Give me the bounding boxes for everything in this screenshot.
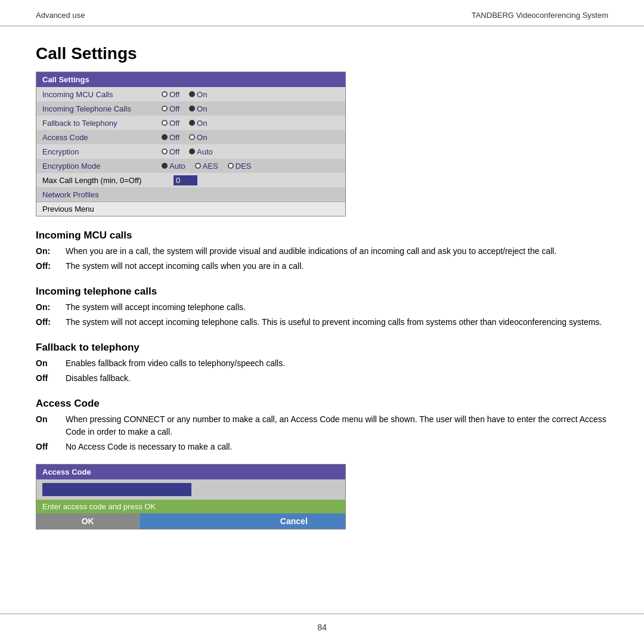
- term-mcu-off: Off:: [36, 260, 66, 273]
- option-mcu-on[interactable]: On: [189, 90, 207, 99]
- option-fallback-off[interactable]: Off: [162, 119, 179, 128]
- desc-mcu-on: On: When you are in a call, the system w…: [36, 245, 608, 258]
- term-tel-on: On:: [36, 301, 66, 314]
- page-footer: 84: [0, 614, 644, 632]
- term-mcu-on: On:: [36, 245, 66, 258]
- label-tel-off: Off: [169, 104, 179, 113]
- page-title: Call Settings: [36, 44, 608, 63]
- label-tel-on: On: [197, 104, 207, 113]
- label-fallback-off: Off: [169, 119, 179, 128]
- section-title-mcu: Incoming MCU calls: [36, 230, 608, 242]
- options-encryption-mode: Auto AES DES: [162, 162, 252, 171]
- option-enc-auto[interactable]: Auto: [189, 147, 213, 156]
- label-enc-off: Off: [169, 147, 179, 156]
- def-mcu-off: The system will not accept incoming call…: [66, 260, 608, 273]
- header-left: Advanced use: [36, 11, 85, 20]
- desc-mcu-off: Off: The system will not accept incoming…: [36, 260, 608, 273]
- def-ac-on: When pressing CONNECT or any number to m…: [66, 413, 608, 438]
- row-previous-menu[interactable]: Previous Menu: [36, 202, 345, 216]
- label-mcu-on: On: [197, 90, 207, 99]
- radio-mode-auto: [162, 163, 168, 169]
- label-encryption: Encryption: [42, 147, 162, 156]
- row-access-code: Access Code Off On: [36, 130, 345, 144]
- def-tel-on: The system will accept incoming telephon…: [66, 301, 608, 314]
- radio-mcu-off: [162, 91, 168, 97]
- radio-mode-aes: [195, 163, 201, 169]
- cancel-button[interactable]: Cancel: [243, 513, 345, 529]
- def-ac-off: No Access Code is necessary to make a ca…: [66, 441, 608, 453]
- option-fallback-on[interactable]: On: [189, 119, 207, 128]
- term-fallback-off: Off: [36, 372, 66, 385]
- dialog-hint: Enter access code and press OK: [36, 500, 345, 513]
- label-fallback: Fallback to Telephony: [42, 119, 162, 128]
- section-access-code: Access Code On When pressing CONNECT or …: [36, 398, 608, 453]
- page-content: Call Settings Call Settings Incoming MCU…: [0, 26, 644, 541]
- radio-mode-des: [228, 163, 234, 169]
- label-fallback-on: On: [197, 119, 207, 128]
- option-mode-aes[interactable]: AES: [195, 162, 218, 171]
- def-mcu-on: When you are in a call, the system will …: [66, 245, 608, 258]
- def-tel-off: The system will not accept incoming tele…: [66, 316, 608, 329]
- section-fallback: Fallback to telephony On Enables fallbac…: [36, 342, 608, 385]
- row-encryption-mode: Encryption Mode Auto AES DES: [36, 159, 345, 173]
- desc-ac-on: On When pressing CONNECT or any number t…: [36, 413, 608, 438]
- options-incoming-mcu: Off On: [162, 90, 207, 99]
- radio-tel-off: [162, 106, 168, 112]
- option-mode-auto[interactable]: Auto: [162, 162, 185, 171]
- label-access-code: Access Code: [42, 133, 162, 142]
- settings-table-body: Incoming MCU Calls Off On Incoming Telep…: [36, 87, 345, 216]
- desc-tel-on: On: The system will accept incoming tele…: [36, 301, 608, 314]
- row-incoming-telephone: Incoming Telephone Calls Off On: [36, 101, 345, 116]
- settings-table-header: Call Settings: [36, 72, 345, 87]
- ok-button[interactable]: OK: [36, 513, 140, 529]
- radio-ac-off: [162, 134, 168, 140]
- button-spacer: [140, 513, 242, 529]
- section-title-fallback: Fallback to telephony: [36, 342, 608, 354]
- access-code-input[interactable]: [42, 483, 191, 496]
- dialog-header: Access Code: [36, 465, 345, 479]
- radio-mcu-on: [189, 91, 195, 97]
- section-title-ac: Access Code: [36, 398, 608, 410]
- label-ac-on: On: [197, 133, 207, 142]
- section-incoming-tel: Incoming telephone calls On: The system …: [36, 286, 608, 329]
- radio-tel-on: [189, 106, 195, 112]
- label-encryption-mode: Encryption Mode: [42, 162, 162, 171]
- label-mode-des: DES: [236, 162, 252, 171]
- row-network-profiles[interactable]: Network Profiles: [36, 187, 345, 202]
- page-header: Advanced use TANDBERG Videoconferencing …: [0, 0, 644, 26]
- row-incoming-mcu: Incoming MCU Calls Off On: [36, 87, 345, 101]
- option-tel-off[interactable]: Off: [162, 104, 179, 113]
- radio-fallback-off: [162, 120, 168, 126]
- radio-fallback-on: [189, 120, 195, 126]
- label-incoming-telephone: Incoming Telephone Calls: [42, 104, 162, 113]
- def-fallback-off: Disables fallback.: [66, 372, 608, 385]
- max-call-input[interactable]: [174, 175, 197, 185]
- access-code-dialog: Access Code Enter access code and press …: [36, 464, 346, 530]
- option-tel-on[interactable]: On: [189, 104, 207, 113]
- label-ac-off: Off: [169, 133, 179, 142]
- desc-fallback-off: Off Disables fallback.: [36, 372, 608, 385]
- option-mcu-off[interactable]: Off: [162, 90, 179, 99]
- options-fallback: Off On: [162, 119, 207, 128]
- term-tel-off: Off:: [36, 316, 66, 329]
- label-previous-menu: Previous Menu: [42, 205, 162, 213]
- header-right: TANDBERG Videoconferencing System: [472, 11, 608, 20]
- label-mode-auto: Auto: [169, 162, 185, 171]
- options-encryption: Off Auto: [162, 147, 213, 156]
- row-encryption: Encryption Off Auto: [36, 144, 345, 159]
- term-fallback-on: On: [36, 357, 66, 370]
- option-ac-off[interactable]: Off: [162, 133, 179, 142]
- option-ac-on[interactable]: On: [189, 133, 207, 142]
- radio-ac-on: [189, 134, 195, 140]
- option-enc-off[interactable]: Off: [162, 147, 179, 156]
- label-mode-aes: AES: [203, 162, 218, 171]
- def-fallback-on: Enables fallback from video calls to tel…: [66, 357, 608, 370]
- label-enc-auto: Auto: [197, 147, 213, 156]
- options-incoming-telephone: Off On: [162, 104, 207, 113]
- desc-tel-off: Off: The system will not accept incoming…: [36, 316, 608, 329]
- section-incoming-mcu: Incoming MCU calls On: When you are in a…: [36, 230, 608, 273]
- row-fallback: Fallback to Telephony Off On: [36, 116, 345, 130]
- label-incoming-mcu: Incoming MCU Calls: [42, 90, 162, 99]
- desc-ac-off: Off No Access Code is necessary to make …: [36, 441, 608, 453]
- option-mode-des[interactable]: DES: [228, 162, 252, 171]
